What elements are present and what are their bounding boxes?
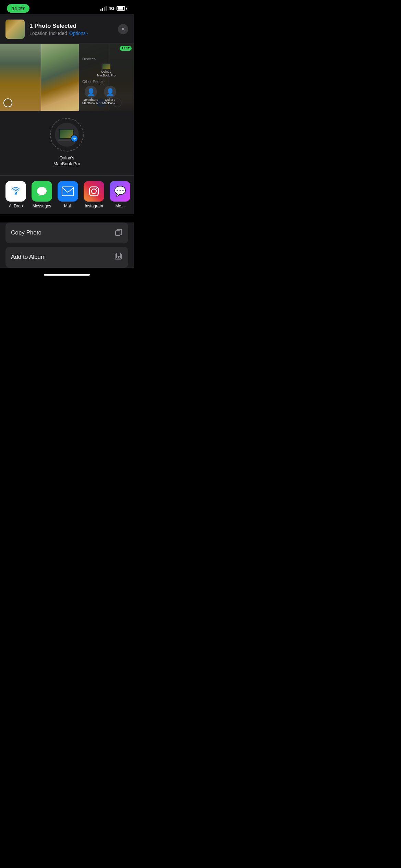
macbook-mini-icon [101, 63, 111, 70]
copy-photo-icon [114, 228, 123, 238]
popup-time-badge: 11:27 [120, 46, 132, 51]
home-indicator [0, 271, 134, 277]
add-to-album-label: Add to Album [11, 254, 46, 261]
share-apps-row: AirDrop Messages Mail [0, 176, 134, 214]
airdrop-device-name: Quina'sMacBook Pro [53, 155, 80, 167]
svg-rect-8 [116, 231, 120, 236]
person-1-label: Jonathan'sMacBook Air [82, 98, 100, 106]
person-avatar-2: 👤 [104, 86, 116, 98]
location-included-label: Location Included [29, 31, 67, 36]
svg-point-2 [37, 187, 47, 195]
selection-circle-1 [3, 98, 12, 107]
share-app-more[interactable]: 💬 Me... [110, 181, 130, 213]
instagram-logo-svg [88, 185, 100, 197]
airdrop-waves-svg [10, 185, 22, 197]
share-app-mail[interactable]: Mail [58, 181, 78, 213]
mail-app-label: Mail [64, 204, 72, 208]
messages-app-label: Messages [33, 204, 51, 208]
home-bar [44, 274, 90, 276]
photo-thumbnail [5, 20, 25, 39]
photo-item-1[interactable] [0, 44, 41, 111]
airdrop-selected-device[interactable]: Quina'sMacBook Pro [5, 118, 128, 167]
share-app-messages[interactable]: Messages [32, 181, 52, 213]
person-avatar-1: 👤 [85, 86, 97, 98]
popup-person-1[interactable]: 👤 Jonathan'sMacBook Air [82, 86, 100, 106]
add-to-album-button[interactable]: Add to Album [5, 247, 128, 268]
copy-photo-label: Copy Photo [11, 229, 41, 236]
popup-other-people: 👤 Jonathan'sMacBook Air 👤 Quina'sMacBook… [82, 86, 130, 106]
popup-other-people-label: Other People [82, 80, 130, 84]
signal-icon [100, 6, 107, 11]
svg-point-5 [92, 189, 96, 194]
more-app-label: Me... [116, 204, 125, 208]
battery-icon [117, 6, 127, 11]
header-subtitle: Location Included Options › [29, 31, 113, 36]
airdrop-bubble [50, 118, 84, 152]
copy-photo-button[interactable]: Copy Photo [5, 222, 128, 243]
messages-app-icon [32, 181, 52, 202]
action-list: Copy Photo Add to Album [0, 218, 134, 268]
mail-app-icon [58, 181, 78, 202]
macbook-circle-icon [55, 123, 79, 147]
status-bar: 11:27 4G [0, 0, 134, 14]
photo-strip: ✓ 11:27 Devices Quina'sMacBook Pro Other… [0, 44, 134, 111]
person-icon-1: 👤 [87, 88, 95, 96]
person-2-label: Quina'sMacBook... [102, 98, 118, 106]
mail-envelope-svg [62, 186, 74, 196]
instagram-app-icon [84, 181, 104, 202]
close-icon: ✕ [121, 26, 125, 32]
network-label: 4G [109, 6, 114, 11]
share-app-airdrop[interactable]: AirDrop [5, 181, 26, 213]
popup-device-macbook[interactable]: Quina'sMacBook Pro [82, 63, 130, 77]
airdrop-wave-icon [72, 136, 76, 141]
svg-rect-3 [62, 187, 74, 196]
popup-person-2[interactable]: 👤 Quina'sMacBook... [102, 86, 118, 106]
status-time: 11:27 [7, 4, 29, 13]
header-title: 1 Photo Selected [29, 23, 113, 29]
instagram-app-label: Instagram [85, 204, 103, 208]
chevron-right-icon: › [86, 31, 88, 36]
share-apps-scroll: AirDrop Messages Mail [0, 181, 134, 213]
popup-device-name: Quina'sMacBook Pro [97, 70, 116, 77]
macbook-body [59, 129, 75, 141]
airdrop-app-icon [5, 181, 26, 202]
status-icons: 4G [100, 6, 127, 11]
person-icon-2: 👤 [106, 88, 114, 96]
messages-bubble-svg [36, 185, 48, 197]
more-app-icon: 💬 [110, 181, 130, 202]
add-to-album-icon [114, 252, 123, 262]
svg-point-6 [96, 188, 97, 189]
close-button[interactable]: ✕ [118, 24, 128, 34]
share-header: 1 Photo Selected Location Included Optio… [0, 14, 134, 44]
share-app-instagram[interactable]: Instagram [84, 181, 104, 213]
airdrop-device-panel: Quina'sMacBook Pro [0, 111, 134, 176]
airdrop-app-label: AirDrop [9, 204, 23, 208]
popup-devices-label: Devices [82, 57, 130, 61]
airdrop-wave-badge [71, 135, 78, 142]
airdrop-nearby-popup: 11:27 Devices Quina'sMacBook Pro Other P… [79, 44, 134, 111]
options-button[interactable]: Options › [69, 31, 88, 36]
